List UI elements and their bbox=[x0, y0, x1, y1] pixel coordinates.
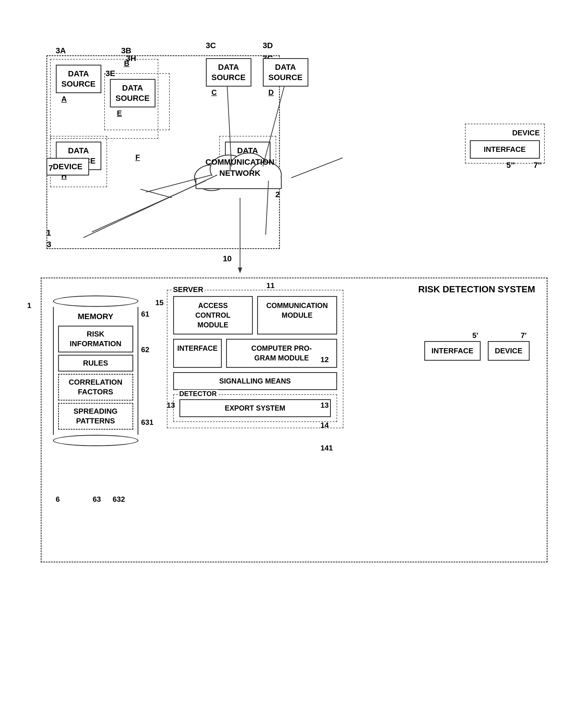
data-source-d: DATASOURCE bbox=[263, 58, 308, 87]
communication-module: COMMUNICATIONMODULE bbox=[257, 296, 337, 335]
ref-3a: 3A bbox=[56, 46, 66, 55]
memory-label: MEMORY bbox=[54, 310, 138, 323]
export-system: EXPORT SYSTEM bbox=[180, 399, 331, 417]
ref-7pp-label: 7'' bbox=[533, 161, 542, 170]
rules-item: RULES bbox=[58, 355, 133, 372]
ref-12: 12 bbox=[321, 355, 329, 364]
svg-line-16 bbox=[291, 158, 342, 178]
data-source-c: DATASOURCE bbox=[206, 58, 251, 87]
server-section: 15 SERVER ACCESSCONTROLMODULE COMMUNICAT… bbox=[155, 290, 343, 428]
ref-7p: 7' bbox=[521, 331, 527, 340]
spreading-patterns-item: SPREADINGPATTERNS bbox=[58, 403, 133, 430]
cylinder-body: MEMORY RISKINFORMATION RULES CORRELATION… bbox=[53, 307, 139, 435]
server-label: SERVER bbox=[172, 285, 205, 294]
ref-13b: 13 bbox=[321, 401, 329, 410]
ref-2-label: 2 bbox=[275, 190, 280, 199]
ref-62: 62 bbox=[141, 345, 149, 354]
ref-11: 11 bbox=[267, 281, 275, 290]
cylinder-top bbox=[53, 296, 139, 307]
svg-rect-5 bbox=[196, 178, 284, 189]
label-f: F bbox=[135, 153, 140, 162]
server-row-1: ACCESSCONTROLMODULE COMMUNICATIONMODULE bbox=[173, 296, 337, 335]
device-right: DEVICE bbox=[488, 341, 530, 361]
network-label: COMMUNICATION NETWORK bbox=[189, 157, 291, 179]
communication-network-container: COMMUNICATION NETWORK 2 bbox=[189, 141, 291, 198]
ref-13a: 13 bbox=[167, 401, 175, 410]
ref-632: 632 bbox=[113, 495, 125, 504]
ref-141: 141 bbox=[321, 444, 333, 452]
data-source-a: DATASOURCE bbox=[56, 65, 101, 93]
device-left-label: DEVICE bbox=[53, 162, 83, 171]
label-c-ext: C bbox=[212, 88, 217, 97]
ref-7-label: 7 bbox=[49, 164, 53, 173]
ref-63: 63 bbox=[93, 495, 101, 504]
label-e: E bbox=[117, 109, 122, 118]
ref-15: 15 bbox=[155, 298, 164, 307]
ref-3d-label: 3D bbox=[263, 41, 273, 50]
risk-information-item: RISKINFORMATION bbox=[58, 326, 133, 352]
access-control-module: ACCESSCONTROLMODULE bbox=[173, 296, 253, 335]
ref-3h-label: 3H bbox=[126, 54, 136, 63]
memory-cylinder: MEMORY RISKINFORMATION RULES CORRELATION… bbox=[53, 296, 150, 446]
label-d-ext: D bbox=[269, 88, 274, 97]
ref-14: 14 bbox=[321, 421, 329, 430]
ref-5pp-label: 5'' bbox=[507, 161, 515, 170]
risk-detection-system: RISK DETECTION SYSTEM 1 MEMORY RISKINFOR… bbox=[41, 278, 548, 562]
label-a: A bbox=[62, 95, 67, 103]
interface-module: INTERFACE bbox=[173, 339, 222, 368]
data-source-e: DATASOURCE bbox=[110, 79, 155, 107]
signalling-means: SIGNALLING MEANS bbox=[173, 372, 337, 390]
interface-right: INTERFACE bbox=[424, 341, 480, 361]
ref-5p: 5' bbox=[472, 331, 478, 340]
ref-10-label: 10 bbox=[223, 254, 232, 263]
ref-3c-label: 3C bbox=[206, 41, 216, 50]
ref-631: 631 bbox=[141, 418, 153, 427]
detector-label: DETECTOR bbox=[178, 390, 218, 398]
server-row-2: INTERFACE COMPUTER PRO-GRAM MODULE bbox=[173, 339, 337, 368]
right-device-group: INTERFACE DEVICE bbox=[424, 341, 529, 361]
device-right-container: DEVICE INTERFACE bbox=[465, 124, 545, 164]
ref-6: 6 bbox=[56, 495, 60, 504]
risk-detection-label: RISK DETECTION SYSTEM bbox=[418, 284, 535, 295]
cylinder-bottom bbox=[53, 435, 139, 446]
device-right-label: DEVICE bbox=[470, 128, 540, 137]
ref-61: 61 bbox=[141, 310, 149, 319]
server-dashed-box: SERVER ACCESSCONTROLMODULE COMMUNICATION… bbox=[167, 290, 343, 428]
ref-3e: 3E bbox=[106, 69, 115, 78]
correlation-factors-item: CORRELATIONFACTORS bbox=[58, 374, 133, 401]
ref-1-bottom: 1 bbox=[27, 301, 31, 310]
detector-box: DETECTOR EXPORT SYSTEM bbox=[173, 394, 337, 422]
ref-3-label: 3 bbox=[47, 240, 51, 249]
interface-top-right: INTERFACE bbox=[470, 140, 540, 159]
